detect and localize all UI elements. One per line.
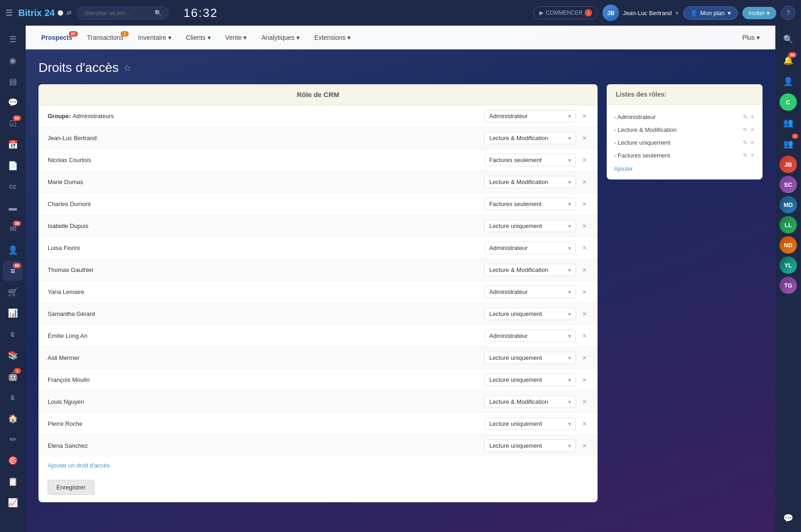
- role-select[interactable]: Administrateur▾: [484, 110, 576, 122]
- hamburger-icon[interactable]: ☰: [5, 8, 13, 18]
- sidebar-item-bot[interactable]: 🤖1: [3, 366, 23, 386]
- role-select[interactable]: Lecture uniquement▾: [484, 308, 576, 320]
- remove-row-button[interactable]: ×: [581, 177, 588, 187]
- sidebar-item-menu[interactable]: ☰: [3, 29, 23, 49]
- help-button[interactable]: ?: [781, 5, 796, 20]
- sidebar-item-reports[interactable]: 📊: [3, 303, 23, 323]
- role-select[interactable]: Lecture uniquement▾: [484, 418, 576, 430]
- search-input[interactable]: [84, 10, 151, 16]
- inviter-button[interactable]: Inviter ▾: [742, 7, 776, 19]
- role-remove-icon[interactable]: ×: [750, 113, 755, 120]
- role-edit-icon[interactable]: ✎: [741, 126, 750, 133]
- sidebar-item-calendar[interactable]: 📅: [3, 135, 23, 155]
- role-select[interactable]: Lecture uniquement▾: [484, 352, 576, 364]
- nav-item-transactions[interactable]: Transactions 1: [81, 30, 130, 45]
- remove-row-button[interactable]: ×: [581, 265, 588, 275]
- sidebar-item-tasks[interactable]: ☑50: [3, 114, 23, 134]
- sidebar-item-contacts[interactable]: 👤: [3, 240, 23, 260]
- sidebar-item-mail[interactable]: ✉38: [3, 219, 23, 239]
- role-remove-icon[interactable]: ×: [750, 126, 755, 133]
- sidebar-item-chat[interactable]: 💬: [3, 92, 23, 113]
- sidebar-item-shop[interactable]: 🛒: [3, 282, 23, 302]
- sidebar-item-edit[interactable]: ✏: [3, 429, 23, 450]
- right-profile-button[interactable]: 👤: [778, 71, 798, 92]
- favorite-star-icon[interactable]: ☆: [123, 62, 132, 73]
- chat-float-button[interactable]: 💬: [778, 508, 798, 528]
- sidebar-item-e2[interactable]: E: [3, 387, 23, 407]
- remove-row-button[interactable]: ×: [581, 441, 588, 451]
- remove-row-button[interactable]: ×: [581, 111, 588, 121]
- remove-row-button[interactable]: ×: [581, 375, 588, 385]
- role-edit-icon[interactable]: ✎: [741, 152, 750, 159]
- right-team-button[interactable]: 👥: [778, 113, 798, 133]
- role-select[interactable]: Administrateur▾: [484, 242, 576, 254]
- avatar-person2[interactable]: SC: [779, 176, 797, 193]
- remove-row-button[interactable]: ×: [581, 221, 588, 231]
- sidebar-item-library[interactable]: 📚: [3, 345, 23, 365]
- role-select[interactable]: Lecture uniquement▾: [484, 440, 576, 452]
- nav-item-vente[interactable]: Vente ▾: [219, 30, 253, 45]
- role-edit-icon[interactable]: ✎: [741, 114, 750, 120]
- role-select[interactable]: Administrateur▾: [484, 286, 576, 298]
- remove-row-button[interactable]: ×: [581, 309, 588, 319]
- roles-panel: Listes des rôles: - Administrateur ✎ × -…: [607, 84, 763, 179]
- nav-item-analytiques[interactable]: Analytiques ▾: [255, 30, 306, 45]
- user-info[interactable]: JB Jean-Luc Bertrand ▾: [603, 5, 679, 21]
- user-name-cell: Elena Sanchez: [48, 442, 480, 449]
- role-select[interactable]: Lecture & Modification▾: [484, 396, 576, 408]
- remove-row-button[interactable]: ×: [581, 397, 588, 407]
- search-bar[interactable]: 🔍: [77, 6, 169, 20]
- sidebar-item-clipboard[interactable]: 📋: [3, 472, 23, 492]
- sidebar-item-analytics[interactable]: 📈: [3, 493, 23, 513]
- avatar-person4[interactable]: LL: [779, 216, 797, 233]
- add-access-link[interactable]: Ajouter un droit d'accès: [38, 456, 598, 474]
- sidebar-item-home[interactable]: 🏠: [3, 408, 23, 429]
- role-remove-icon[interactable]: ×: [750, 139, 755, 146]
- nav-item-plus[interactable]: Plus ▾: [736, 30, 766, 45]
- right-notification-button[interactable]: 🔔30: [778, 50, 798, 71]
- right-search-button[interactable]: 🔍: [778, 29, 798, 49]
- access-rights-panel: Rôle de CRM Groupe: AdministrateursAdmin…: [38, 84, 598, 502]
- add-role-link[interactable]: Ajouter: [614, 162, 755, 174]
- role-select[interactable]: Factures seulement▾: [484, 198, 576, 210]
- remove-row-button[interactable]: ×: [581, 287, 588, 297]
- avatar-person7[interactable]: TG: [779, 277, 797, 294]
- sidebar-item-cc[interactable]: CC: [3, 177, 23, 197]
- commencer-button[interactable]: ▶ COMMENCER 1: [533, 6, 598, 19]
- role-select[interactable]: Factures seulement▾: [484, 154, 576, 166]
- remove-row-button[interactable]: ×: [581, 155, 588, 165]
- nav-item-clients[interactable]: Clients ▾: [180, 30, 217, 45]
- sidebar-item-crm[interactable]: ◉: [3, 50, 23, 71]
- avatar-person3[interactable]: MD: [779, 196, 797, 213]
- role-edit-icon[interactable]: ✎: [741, 139, 750, 146]
- sidebar-item-target[interactable]: 🎯: [3, 451, 23, 471]
- avatar-person5[interactable]: ND: [779, 236, 797, 254]
- avatar-person6[interactable]: YL: [779, 256, 797, 274]
- remove-row-button[interactable]: ×: [581, 133, 588, 143]
- role-select[interactable]: Lecture & Modification▾: [484, 264, 576, 276]
- sidebar-item-crm-active[interactable]: ≡88: [3, 261, 23, 281]
- sidebar-item-e1[interactable]: E: [3, 324, 23, 344]
- role-select[interactable]: Lecture & Modification▾: [484, 132, 576, 144]
- nav-item-inventaire[interactable]: Inventaire ▾: [132, 30, 177, 45]
- sidebar-item-drive[interactable]: ▬: [3, 198, 23, 218]
- remove-row-button[interactable]: ×: [581, 243, 588, 253]
- right-team-badge-button[interactable]: 👥1: [778, 134, 798, 154]
- nav-item-extensions[interactable]: Extensions ▾: [308, 30, 357, 45]
- avatar-person1[interactable]: JB: [779, 156, 797, 173]
- role-select[interactable]: Administrateur▾: [484, 330, 576, 342]
- sidebar-item-docs[interactable]: 📄: [3, 156, 23, 176]
- nav-item-prospects[interactable]: Prospects 87: [35, 30, 79, 45]
- remove-row-button[interactable]: ×: [581, 331, 588, 341]
- role-remove-icon[interactable]: ×: [750, 152, 755, 159]
- remove-row-button[interactable]: ×: [581, 353, 588, 363]
- role-select[interactable]: Lecture uniquement▾: [484, 374, 576, 386]
- role-select[interactable]: Lecture uniquement▾: [484, 220, 576, 232]
- mon-plan-button[interactable]: 👤 Mon plan ▾: [683, 6, 737, 20]
- remove-row-button[interactable]: ×: [581, 199, 588, 209]
- sidebar-item-list[interactable]: ▤: [3, 71, 23, 92]
- save-button[interactable]: Enregistrer: [48, 480, 94, 495]
- remove-row-button[interactable]: ×: [581, 419, 588, 429]
- avatar-c[interactable]: C: [779, 93, 797, 111]
- role-select[interactable]: Lecture & Modification▾: [484, 176, 576, 188]
